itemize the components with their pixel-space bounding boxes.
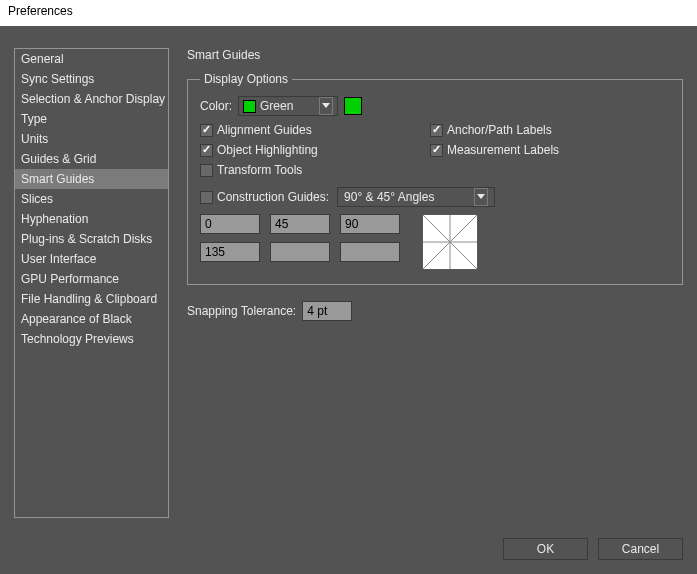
- dropdown-arrow-icon: [474, 188, 488, 206]
- measurement-labels-checkbox[interactable]: Measurement Labels: [430, 143, 670, 157]
- checkbox-icon: [430, 144, 443, 157]
- anchor-path-labels-label: Anchor/Path Labels: [447, 123, 552, 137]
- construction-guides-dropdown[interactable]: 90° & 45° Angles: [337, 187, 495, 207]
- display-options-group: Display Options Color: Green: [187, 72, 683, 285]
- construction-guides-value: 90° & 45° Angles: [344, 190, 434, 204]
- construction-guides-label: Construction Guides:: [217, 190, 329, 204]
- color-swatch-icon: [243, 100, 256, 113]
- angle-field-0[interactable]: 0: [200, 214, 260, 234]
- window-title: Preferences: [0, 0, 697, 26]
- alignment-guides-label: Alignment Guides: [217, 123, 312, 137]
- sidebar-item-user-interface[interactable]: User Interface: [15, 249, 168, 269]
- angle-inputs: 0 45 90 135: [200, 214, 400, 264]
- panel-title: Smart Guides: [187, 48, 683, 62]
- sidebar-item-general[interactable]: General: [15, 49, 168, 69]
- transform-tools-checkbox[interactable]: Transform Tools: [200, 163, 430, 177]
- sidebar-item-plugins-scratch[interactable]: Plug-ins & Scratch Disks: [15, 229, 168, 249]
- ok-button[interactable]: OK: [503, 538, 588, 560]
- dialog-buttons: OK Cancel: [14, 532, 683, 560]
- snapping-tolerance-label: Snapping Tolerance:: [187, 304, 296, 318]
- sidebar-item-technology-previews[interactable]: Technology Previews: [15, 329, 168, 349]
- cancel-button[interactable]: Cancel: [598, 538, 683, 560]
- display-options-legend: Display Options: [200, 72, 292, 86]
- color-dropdown[interactable]: Green: [238, 96, 338, 116]
- sidebar-item-sync-settings[interactable]: Sync Settings: [15, 69, 168, 89]
- dropdown-arrow-icon: [319, 97, 333, 115]
- preferences-window: Preferences General Sync Settings Select…: [0, 0, 697, 574]
- checkbox-icon: [430, 124, 443, 137]
- angle-preview-icon: [422, 214, 478, 270]
- checkbox-icon: [200, 144, 213, 157]
- sidebar-item-file-handling[interactable]: File Handling & Clipboard: [15, 289, 168, 309]
- snapping-tolerance-field[interactable]: 4 pt: [302, 301, 352, 321]
- angle-field-5[interactable]: [340, 242, 400, 262]
- sidebar-item-smart-guides[interactable]: Smart Guides: [15, 169, 168, 189]
- object-highlighting-checkbox[interactable]: Object Highlighting: [200, 143, 430, 157]
- angle-field-3[interactable]: 135: [200, 242, 260, 262]
- window-content: General Sync Settings Selection & Anchor…: [0, 26, 697, 574]
- construction-guides-checkbox[interactable]: Construction Guides:: [200, 190, 329, 204]
- measurement-labels-label: Measurement Labels: [447, 143, 559, 157]
- sidebar-item-guides-grid[interactable]: Guides & Grid: [15, 149, 168, 169]
- color-label: Color:: [200, 99, 232, 113]
- sidebar-item-slices[interactable]: Slices: [15, 189, 168, 209]
- angle-field-1[interactable]: 45: [270, 214, 330, 234]
- sidebar-item-type[interactable]: Type: [15, 109, 168, 129]
- transform-tools-label: Transform Tools: [217, 163, 302, 177]
- angle-field-4[interactable]: [270, 242, 330, 262]
- category-sidebar: General Sync Settings Selection & Anchor…: [14, 48, 169, 518]
- checkbox-icon: [200, 164, 213, 177]
- color-name: Green: [260, 99, 293, 113]
- alignment-guides-checkbox[interactable]: Alignment Guides: [200, 123, 430, 137]
- object-highlighting-label: Object Highlighting: [217, 143, 318, 157]
- sidebar-item-gpu-performance[interactable]: GPU Performance: [15, 269, 168, 289]
- smart-guides-panel: Smart Guides Display Options Color: Gree…: [187, 48, 683, 532]
- checkbox-icon: [200, 124, 213, 137]
- checkbox-icon: [200, 191, 213, 204]
- sidebar-item-hyphenation[interactable]: Hyphenation: [15, 209, 168, 229]
- color-swatch-preview[interactable]: [344, 97, 362, 115]
- sidebar-item-appearance-black[interactable]: Appearance of Black: [15, 309, 168, 329]
- anchor-path-labels-checkbox[interactable]: Anchor/Path Labels: [430, 123, 670, 137]
- angle-field-2[interactable]: 90: [340, 214, 400, 234]
- sidebar-item-units[interactable]: Units: [15, 129, 168, 149]
- sidebar-item-selection-anchor[interactable]: Selection & Anchor Display: [15, 89, 168, 109]
